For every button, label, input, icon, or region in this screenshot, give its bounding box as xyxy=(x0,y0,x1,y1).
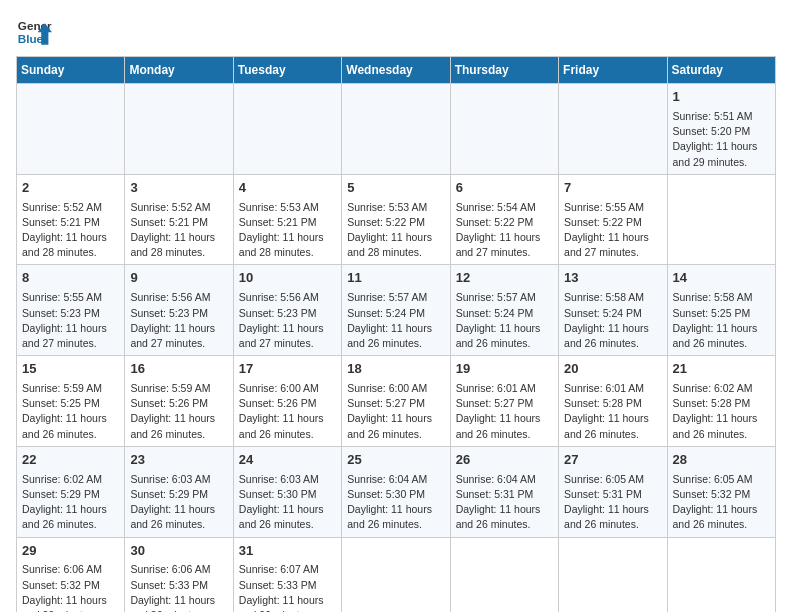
day-number: 6 xyxy=(456,179,553,198)
day-info: Sunrise: 6:02 AMSunset: 5:28 PMDaylight:… xyxy=(673,382,758,440)
calendar-cell: 24Sunrise: 6:03 AMSunset: 5:30 PMDayligh… xyxy=(233,446,341,537)
calendar-cell: 9Sunrise: 5:56 AMSunset: 5:23 PMDaylight… xyxy=(125,265,233,356)
day-number: 25 xyxy=(347,451,444,470)
logo: General Blue xyxy=(16,16,52,52)
day-of-week-header: Saturday xyxy=(667,57,775,84)
day-info: Sunrise: 5:57 AMSunset: 5:24 PMDaylight:… xyxy=(456,291,541,349)
day-info: Sunrise: 5:56 AMSunset: 5:23 PMDaylight:… xyxy=(239,291,324,349)
day-info: Sunrise: 6:02 AMSunset: 5:29 PMDaylight:… xyxy=(22,473,107,531)
calendar-cell: 21Sunrise: 6:02 AMSunset: 5:28 PMDayligh… xyxy=(667,356,775,447)
day-number: 28 xyxy=(673,451,770,470)
day-number: 1 xyxy=(673,88,770,107)
calendar-cell: 18Sunrise: 6:00 AMSunset: 5:27 PMDayligh… xyxy=(342,356,450,447)
day-info: Sunrise: 6:05 AMSunset: 5:32 PMDaylight:… xyxy=(673,473,758,531)
calendar-cell: 6Sunrise: 5:54 AMSunset: 5:22 PMDaylight… xyxy=(450,174,558,265)
calendar-header: SundayMondayTuesdayWednesdayThursdayFrid… xyxy=(17,57,776,84)
calendar-week: 15Sunrise: 5:59 AMSunset: 5:25 PMDayligh… xyxy=(17,356,776,447)
day-number: 15 xyxy=(22,360,119,379)
calendar-cell: 22Sunrise: 6:02 AMSunset: 5:29 PMDayligh… xyxy=(17,446,125,537)
day-number: 14 xyxy=(673,269,770,288)
day-info: Sunrise: 6:01 AMSunset: 5:27 PMDaylight:… xyxy=(456,382,541,440)
day-number: 17 xyxy=(239,360,336,379)
day-info: Sunrise: 5:58 AMSunset: 5:25 PMDaylight:… xyxy=(673,291,758,349)
calendar-cell: 30Sunrise: 6:06 AMSunset: 5:33 PMDayligh… xyxy=(125,537,233,612)
calendar-cell: 11Sunrise: 5:57 AMSunset: 5:24 PMDayligh… xyxy=(342,265,450,356)
day-of-week-header: Tuesday xyxy=(233,57,341,84)
day-info: Sunrise: 5:58 AMSunset: 5:24 PMDaylight:… xyxy=(564,291,649,349)
day-number: 24 xyxy=(239,451,336,470)
calendar-cell xyxy=(450,84,558,175)
calendar-cell: 4Sunrise: 5:53 AMSunset: 5:21 PMDaylight… xyxy=(233,174,341,265)
day-number: 29 xyxy=(22,542,119,561)
calendar-week: 1Sunrise: 5:51 AMSunset: 5:20 PMDaylight… xyxy=(17,84,776,175)
day-number: 31 xyxy=(239,542,336,561)
calendar-table: SundayMondayTuesdayWednesdayThursdayFrid… xyxy=(16,56,776,612)
calendar-cell: 20Sunrise: 6:01 AMSunset: 5:28 PMDayligh… xyxy=(559,356,667,447)
calendar-cell: 2Sunrise: 5:52 AMSunset: 5:21 PMDaylight… xyxy=(17,174,125,265)
calendar-cell xyxy=(667,174,775,265)
calendar-cell: 28Sunrise: 6:05 AMSunset: 5:32 PMDayligh… xyxy=(667,446,775,537)
calendar-week: 2Sunrise: 5:52 AMSunset: 5:21 PMDaylight… xyxy=(17,174,776,265)
day-number: 3 xyxy=(130,179,227,198)
calendar-cell xyxy=(667,537,775,612)
day-info: Sunrise: 6:05 AMSunset: 5:31 PMDaylight:… xyxy=(564,473,649,531)
day-info: Sunrise: 5:55 AMSunset: 5:22 PMDaylight:… xyxy=(564,201,649,259)
calendar-cell xyxy=(342,537,450,612)
calendar-cell: 31Sunrise: 6:07 AMSunset: 5:33 PMDayligh… xyxy=(233,537,341,612)
calendar-cell: 29Sunrise: 6:06 AMSunset: 5:32 PMDayligh… xyxy=(17,537,125,612)
calendar-cell: 17Sunrise: 6:00 AMSunset: 5:26 PMDayligh… xyxy=(233,356,341,447)
day-info: Sunrise: 5:52 AMSunset: 5:21 PMDaylight:… xyxy=(130,201,215,259)
day-info: Sunrise: 6:03 AMSunset: 5:30 PMDaylight:… xyxy=(239,473,324,531)
day-number: 21 xyxy=(673,360,770,379)
calendar-cell xyxy=(559,537,667,612)
day-info: Sunrise: 5:59 AMSunset: 5:26 PMDaylight:… xyxy=(130,382,215,440)
day-number: 2 xyxy=(22,179,119,198)
calendar-week: 8Sunrise: 5:55 AMSunset: 5:23 PMDaylight… xyxy=(17,265,776,356)
calendar-cell: 10Sunrise: 5:56 AMSunset: 5:23 PMDayligh… xyxy=(233,265,341,356)
day-info: Sunrise: 5:53 AMSunset: 5:21 PMDaylight:… xyxy=(239,201,324,259)
calendar-week: 29Sunrise: 6:06 AMSunset: 5:32 PMDayligh… xyxy=(17,537,776,612)
logo-icon: General Blue xyxy=(16,16,52,52)
day-number: 16 xyxy=(130,360,227,379)
calendar-cell: 14Sunrise: 5:58 AMSunset: 5:25 PMDayligh… xyxy=(667,265,775,356)
calendar-cell: 12Sunrise: 5:57 AMSunset: 5:24 PMDayligh… xyxy=(450,265,558,356)
calendar-cell: 27Sunrise: 6:05 AMSunset: 5:31 PMDayligh… xyxy=(559,446,667,537)
day-number: 19 xyxy=(456,360,553,379)
day-info: Sunrise: 5:53 AMSunset: 5:22 PMDaylight:… xyxy=(347,201,432,259)
calendar-cell: 23Sunrise: 6:03 AMSunset: 5:29 PMDayligh… xyxy=(125,446,233,537)
day-number: 27 xyxy=(564,451,661,470)
day-number: 9 xyxy=(130,269,227,288)
header-row: SundayMondayTuesdayWednesdayThursdayFrid… xyxy=(17,57,776,84)
calendar-cell: 8Sunrise: 5:55 AMSunset: 5:23 PMDaylight… xyxy=(17,265,125,356)
calendar-cell: 15Sunrise: 5:59 AMSunset: 5:25 PMDayligh… xyxy=(17,356,125,447)
day-info: Sunrise: 5:59 AMSunset: 5:25 PMDaylight:… xyxy=(22,382,107,440)
day-info: Sunrise: 5:52 AMSunset: 5:21 PMDaylight:… xyxy=(22,201,107,259)
day-number: 20 xyxy=(564,360,661,379)
day-info: Sunrise: 6:06 AMSunset: 5:32 PMDaylight:… xyxy=(22,563,107,612)
day-of-week-header: Monday xyxy=(125,57,233,84)
day-info: Sunrise: 5:55 AMSunset: 5:23 PMDaylight:… xyxy=(22,291,107,349)
day-info: Sunrise: 6:04 AMSunset: 5:30 PMDaylight:… xyxy=(347,473,432,531)
svg-text:Blue: Blue xyxy=(18,32,44,45)
calendar-cell: 13Sunrise: 5:58 AMSunset: 5:24 PMDayligh… xyxy=(559,265,667,356)
day-number: 18 xyxy=(347,360,444,379)
calendar-body: 1Sunrise: 5:51 AMSunset: 5:20 PMDaylight… xyxy=(17,84,776,613)
day-info: Sunrise: 5:51 AMSunset: 5:20 PMDaylight:… xyxy=(673,110,758,168)
day-info: Sunrise: 6:06 AMSunset: 5:33 PMDaylight:… xyxy=(130,563,215,612)
calendar-cell xyxy=(125,84,233,175)
calendar-cell: 26Sunrise: 6:04 AMSunset: 5:31 PMDayligh… xyxy=(450,446,558,537)
calendar-cell xyxy=(342,84,450,175)
day-of-week-header: Wednesday xyxy=(342,57,450,84)
calendar-cell: 3Sunrise: 5:52 AMSunset: 5:21 PMDaylight… xyxy=(125,174,233,265)
day-number: 23 xyxy=(130,451,227,470)
day-number: 11 xyxy=(347,269,444,288)
calendar-cell xyxy=(450,537,558,612)
day-of-week-header: Sunday xyxy=(17,57,125,84)
page-header: General Blue xyxy=(16,16,776,52)
calendar-cell: 5Sunrise: 5:53 AMSunset: 5:22 PMDaylight… xyxy=(342,174,450,265)
day-number: 22 xyxy=(22,451,119,470)
day-number: 26 xyxy=(456,451,553,470)
day-of-week-header: Friday xyxy=(559,57,667,84)
calendar-cell: 16Sunrise: 5:59 AMSunset: 5:26 PMDayligh… xyxy=(125,356,233,447)
calendar-cell xyxy=(17,84,125,175)
